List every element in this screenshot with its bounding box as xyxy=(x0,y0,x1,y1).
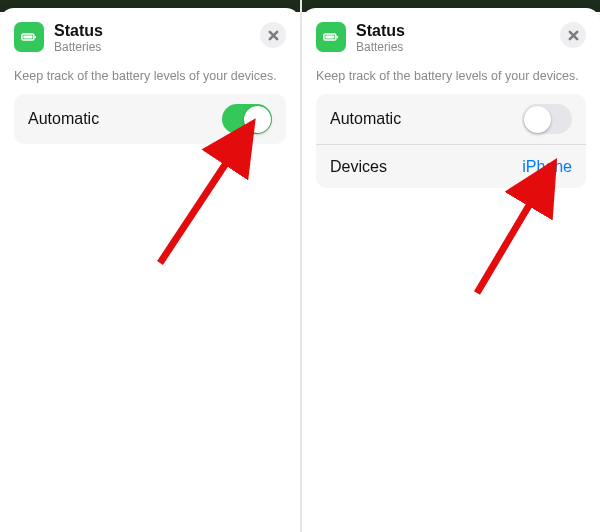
settings-sheet: Status Batteries Keep track of the batte… xyxy=(0,8,300,532)
svg-rect-5 xyxy=(325,36,334,39)
sheet-title: Status xyxy=(54,22,260,40)
row-label-devices: Devices xyxy=(330,158,522,176)
row-label-automatic: Automatic xyxy=(28,110,222,128)
settings-list: Automatic xyxy=(14,94,286,144)
toggle-knob xyxy=(244,106,271,133)
screen-automatic-off: Status Batteries Keep track of the batte… xyxy=(300,0,600,532)
toggle-knob xyxy=(524,106,551,133)
batteries-app-icon xyxy=(316,22,346,52)
sheet-subtitle: Batteries xyxy=(54,41,260,54)
sheet-subtitle: Batteries xyxy=(356,41,560,54)
settings-sheet: Status Batteries Keep track of the batte… xyxy=(302,8,600,532)
svg-line-7 xyxy=(477,170,550,293)
sheet-description: Keep track of the battery levels of your… xyxy=(14,68,286,84)
svg-rect-1 xyxy=(23,36,32,39)
row-label-automatic: Automatic xyxy=(330,110,522,128)
close-icon xyxy=(268,30,279,41)
svg-line-3 xyxy=(160,130,248,263)
row-automatic: Automatic xyxy=(14,94,286,144)
row-devices[interactable]: Devices iPhone xyxy=(316,144,586,188)
close-icon xyxy=(568,30,579,41)
screen-automatic-on: Status Batteries Keep track of the batte… xyxy=(0,0,300,532)
svg-rect-6 xyxy=(337,36,339,38)
automatic-toggle[interactable] xyxy=(522,104,572,134)
header-titles: Status Batteries xyxy=(54,22,260,54)
close-button[interactable] xyxy=(260,22,286,48)
sheet-title: Status xyxy=(356,22,560,40)
header-titles: Status Batteries xyxy=(356,22,560,54)
sheet-description: Keep track of the battery levels of your… xyxy=(316,68,586,84)
sheet-header: Status Batteries xyxy=(316,22,586,54)
settings-list: Automatic Devices iPhone xyxy=(316,94,586,188)
sheet-header: Status Batteries xyxy=(14,22,286,54)
row-value-devices[interactable]: iPhone xyxy=(522,158,572,176)
svg-rect-2 xyxy=(35,36,37,38)
row-automatic: Automatic xyxy=(316,94,586,144)
close-button[interactable] xyxy=(560,22,586,48)
batteries-app-icon xyxy=(14,22,44,52)
automatic-toggle[interactable] xyxy=(222,104,272,134)
